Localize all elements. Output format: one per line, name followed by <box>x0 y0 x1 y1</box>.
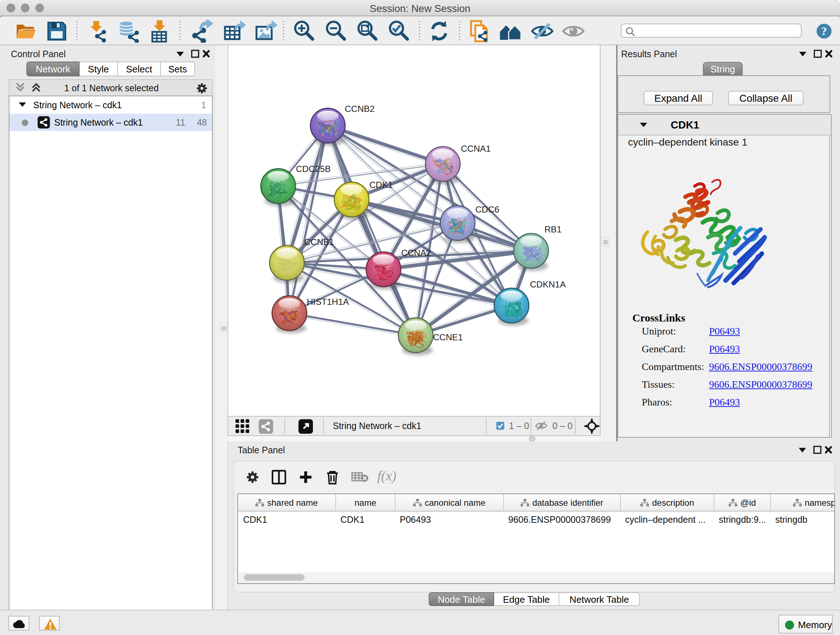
svg-text:CCNB2: CCNB2 <box>345 104 375 114</box>
svg-text:CCNA1: CCNA1 <box>461 144 491 154</box>
svg-text:CDK1: CDK1 <box>369 180 393 190</box>
svg-text:CDC6: CDC6 <box>475 204 499 214</box>
svg-text:CDC25B: CDC25B <box>296 164 331 174</box>
svg-text:CCNB1: CCNB1 <box>304 237 334 247</box>
svg-text:CCNE1: CCNE1 <box>433 333 463 342</box>
svg-text:?: ? <box>821 25 827 37</box>
svg-text:CDKN1A: CDKN1A <box>530 279 566 289</box>
svg-text:RB1: RB1 <box>545 225 561 234</box>
svg-text:HIST1H1A: HIST1H1A <box>307 297 349 307</box>
svg-text:CCNA2: CCNA2 <box>401 248 431 258</box>
